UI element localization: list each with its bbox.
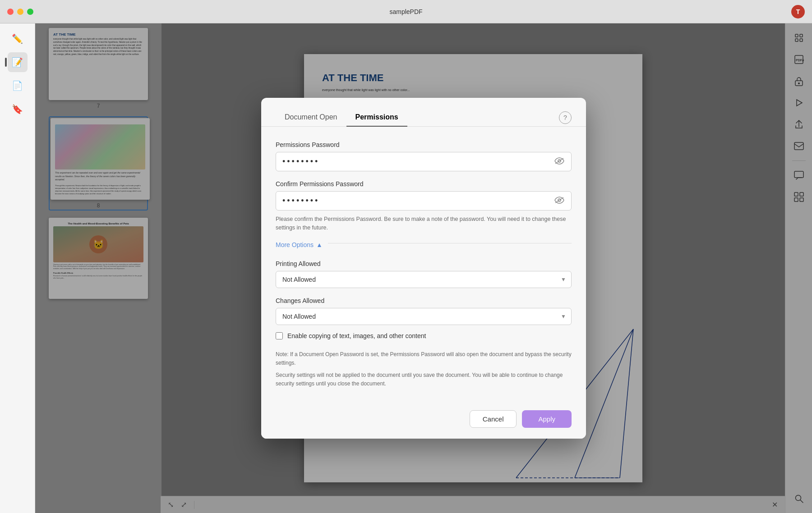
- note-text-1: Note: If a Document Open Password is set…: [276, 350, 572, 367]
- close-window-button[interactable]: [7, 9, 14, 15]
- window-controls: [7, 9, 33, 15]
- confirm-password-field: [276, 191, 572, 211]
- left-sidebar: ✏️ 📝 📄 🔖: [0, 23, 35, 513]
- apply-button[interactable]: Apply: [522, 410, 572, 428]
- toggle-password-visibility-2[interactable]: [553, 195, 566, 207]
- options-divider: [328, 243, 572, 243]
- printing-allowed-select-wrap: Not Allowed Low Resolution (150 dpi) Hig…: [276, 271, 572, 288]
- dialog-tabs: Document Open Permissions: [276, 109, 559, 126]
- main-content: AT THE TIME everyone thought that while …: [35, 23, 812, 513]
- copying-checkbox[interactable]: [276, 332, 283, 339]
- confirm-password-label: Confirm Permissions Password: [276, 180, 572, 188]
- note-text-2: Security settings will not be applied to…: [276, 371, 572, 388]
- active-indicator: [5, 58, 7, 67]
- printing-allowed-select[interactable]: Not Allowed Low Resolution (150 dpi) Hig…: [276, 271, 572, 288]
- window-title: samplePDF: [389, 8, 422, 15]
- more-options-row: More Options ▲: [276, 236, 572, 251]
- permissions-password-label: Permissions Password: [276, 141, 572, 148]
- sidebar-item-pages[interactable]: 📄: [8, 76, 28, 96]
- permissions-password-input[interactable]: [276, 152, 572, 171]
- annotate-icon: 📝: [12, 57, 23, 68]
- pages-icon: 📄: [12, 80, 23, 91]
- help-button[interactable]: ?: [559, 111, 572, 124]
- changes-allowed-label: Changes Allowed: [276, 297, 572, 304]
- toggle-password-visibility-1[interactable]: [553, 156, 566, 168]
- dialog-tabs-container: Document Open Permissions ?: [261, 98, 586, 127]
- more-options-label: More Options: [276, 241, 314, 248]
- maximize-window-button[interactable]: [27, 9, 33, 15]
- dialog-footer: Cancel Apply: [261, 401, 586, 439]
- printing-allowed-label: Printing Allowed: [276, 260, 572, 267]
- changes-allowed-select-wrap: Not Allowed Inserting, Deleting and Rota…: [276, 308, 572, 325]
- bookmark-icon: 🔖: [12, 104, 23, 115]
- changes-allowed-select[interactable]: Not Allowed Inserting, Deleting and Rota…: [276, 308, 572, 325]
- tab-permissions[interactable]: Permissions: [346, 109, 407, 127]
- password-hint-text: Please confirm the Permissions Password.…: [276, 215, 572, 232]
- sidebar-item-pen[interactable]: ✏️: [8, 29, 28, 49]
- minimize-window-button[interactable]: [17, 9, 23, 15]
- confirm-password-input[interactable]: [276, 191, 572, 211]
- sidebar-item-bookmark[interactable]: 🔖: [8, 99, 28, 119]
- dialog-overlay: Document Open Permissions ? Permissions …: [35, 23, 812, 513]
- more-options-button[interactable]: More Options ▲: [276, 236, 323, 251]
- dialog-body: Permissions Password Confirm Permiss: [261, 127, 586, 401]
- copying-checkbox-label: Enable copying of text, images, and othe…: [287, 332, 426, 339]
- user-avatar[interactable]: T: [791, 5, 805, 18]
- security-dialog: Document Open Permissions ? Permissions …: [261, 98, 586, 438]
- tab-document-open[interactable]: Document Open: [276, 109, 346, 127]
- permissions-password-field: [276, 152, 572, 171]
- copying-checkbox-row: Enable copying of text, images, and othe…: [276, 332, 572, 339]
- pen-icon: ✏️: [12, 33, 23, 44]
- more-options-arrow: ▲: [316, 241, 323, 248]
- cancel-button[interactable]: Cancel: [470, 410, 517, 428]
- sidebar-item-annotate[interactable]: 📝: [8, 52, 28, 72]
- title-bar: samplePDF T: [0, 0, 812, 23]
- app-container: ✏️ 📝 📄 🔖 AT THE TIME everyone thought th…: [0, 23, 812, 513]
